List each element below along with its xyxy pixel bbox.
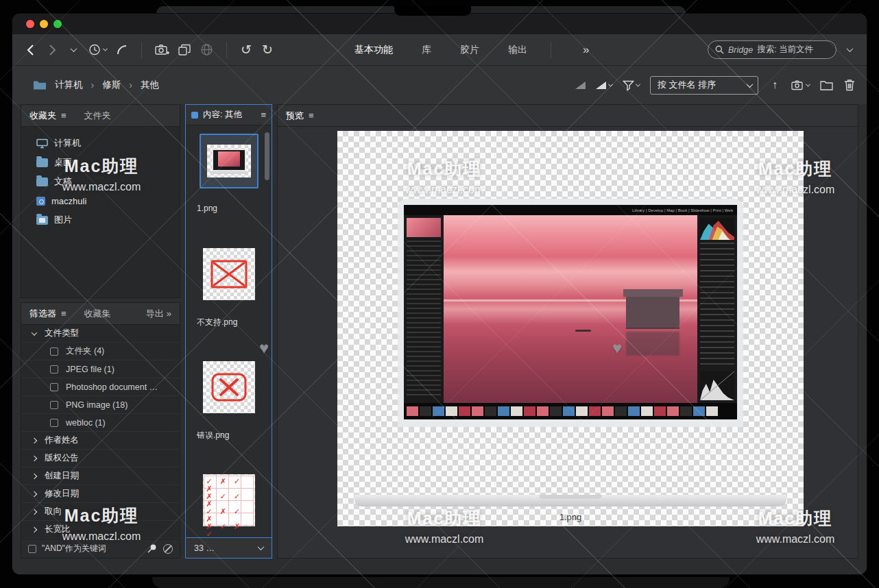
content-panel-header: 内容: 其他 ≡: [186, 105, 272, 125]
breadcrumb-item-other[interactable]: 其他: [141, 79, 159, 91]
favorites-item-label: maczhuli: [51, 196, 86, 206]
new-folder-button[interactable]: [820, 76, 833, 94]
breadcrumb: 计算机 › 修斯 › 其他: [33, 79, 159, 91]
favorites-item-documents[interactable]: 文稿: [21, 172, 180, 191]
favorites-item-label: 桌面: [54, 156, 72, 169]
breadcrumb-item-computer[interactable]: 计算机: [55, 79, 83, 91]
panel-menu-icon[interactable]: ≡: [309, 110, 314, 121]
delete-trash-button[interactable]: [843, 76, 856, 94]
filter-item-jpeg[interactable]: JPEG file (1): [21, 360, 180, 378]
keep-filter-pin-button[interactable]: [145, 540, 158, 558]
filter-group-date-created[interactable]: 创建日期: [21, 467, 180, 485]
filter-group-filetype[interactable]: 文件类型: [21, 325, 180, 343]
checkbox[interactable]: [50, 365, 58, 373]
breadcrumb-item-user[interactable]: 修斯: [102, 79, 121, 91]
close-window-button[interactable]: [26, 20, 34, 28]
laptop-preview-image[interactable]: Library | Develop | Map | Book | Slidesh…: [398, 199, 743, 427]
clear-filter-button[interactable]: [163, 544, 173, 554]
checkbox[interactable]: [50, 347, 58, 356]
checkbox[interactable]: [50, 419, 58, 427]
camera-import-dropdown-button[interactable]: [791, 76, 810, 94]
tab-export[interactable]: 导出 »: [146, 308, 171, 320]
workspace-tab-essentials[interactable]: 基本功能: [354, 44, 393, 56]
panel-menu-icon[interactable]: ≡: [61, 308, 67, 319]
workspace-tab-output[interactable]: 输出: [508, 44, 527, 56]
content-item-checklist[interactable]: ✓ ✗ ✓ ✗ ✗ ✓ ✓ ✗ ✓ ✗ ✓ ✗ ✗ ✓ ✗ ✓: [203, 474, 255, 526]
workspace-tab-libraries[interactable]: 库: [422, 44, 431, 56]
zoom-window-button[interactable]: [53, 20, 62, 28]
filter-group-label: 版权公告: [45, 452, 79, 464]
filter-group-copyright[interactable]: 版权公告: [21, 450, 180, 467]
boomerang-return-icon[interactable]: [116, 41, 128, 59]
search-options-chevron[interactable]: [843, 41, 856, 59]
content-item-label: 不支持.png: [197, 317, 237, 328]
content-scrollbar[interactable]: [265, 132, 269, 180]
tab-collections[interactable]: 收藏集: [84, 308, 111, 320]
content-status-bar: 33 …: [186, 537, 272, 558]
search-scope-label: 搜索: 当前文件: [757, 44, 813, 56]
filter-item-folder[interactable]: 文件夹 (4): [21, 343, 180, 360]
favorites-item-computer[interactable]: 计算机: [21, 134, 180, 153]
path-bar: 计算机 › 修斯 › 其他 按 文件名 排序 ↑: [12, 66, 867, 104]
workspace-overflow-button[interactable]: »: [583, 43, 589, 57]
chevron-right-icon: [32, 526, 37, 532]
histogram: [700, 218, 734, 240]
content-item-unsupported[interactable]: [203, 248, 255, 300]
checkbox[interactable]: [50, 401, 58, 409]
preview-canvas: Library | Develop | Map | Book | Slidesh…: [337, 131, 804, 526]
workspace-tab-filmstrip[interactable]: 胶片: [460, 44, 479, 56]
house-reflection: [626, 332, 679, 356]
filter-item-webloc[interactable]: webloc (1): [21, 414, 180, 432]
chevron-down-icon: [32, 330, 37, 335]
preview-panel: 预览 ≡ Library | Develop | Map | Book | Sl…: [277, 104, 858, 559]
tab-favorites[interactable]: 收藏夹 ≡: [29, 110, 67, 122]
sort-order-label: 按 文件名 排序: [658, 79, 716, 91]
filter-group-date-modified[interactable]: 修改日期: [21, 485, 180, 503]
thumbnail-size-icon[interactable]: [596, 82, 606, 89]
thumbnail-quality-icon[interactable]: [575, 82, 586, 89]
recent-history-button[interactable]: [88, 41, 107, 59]
content-panel-title: 内容: 其他: [203, 109, 242, 121]
filter-group-label: 文件类型: [45, 328, 79, 339]
sort-order-dropdown[interactable]: 按 文件名 排序: [650, 76, 758, 95]
sync-sphere-icon[interactable]: [200, 41, 213, 59]
bridge-search-box[interactable]: Bridge 搜索: 当前文件: [708, 40, 836, 59]
adjustment-sliders: [700, 243, 734, 369]
back-button[interactable]: [25, 41, 37, 59]
window-titlebar[interactable]: [12, 14, 867, 34]
filter-funnel-button[interactable]: [623, 76, 640, 94]
redo-button[interactable]: ↻: [261, 41, 274, 59]
content-item-1png[interactable]: [200, 134, 258, 188]
nav-dropdown-chevron[interactable]: [67, 41, 80, 59]
filter-item-psd[interactable]: Photoshop document …: [21, 378, 180, 396]
tab-folders[interactable]: 文件夹: [84, 110, 111, 122]
panel-overflow-icon[interactable]: »: [167, 308, 171, 319]
filter-group-label: 长宽比: [45, 524, 71, 535]
tab-filter[interactable]: 筛选器 ≡: [29, 308, 67, 320]
checkbox[interactable]: [50, 383, 58, 391]
sort-direction-ascending-button[interactable]: ↑: [769, 76, 781, 94]
minimize-window-button[interactable]: [40, 20, 48, 28]
and-keyword-checkbox[interactable]: [28, 545, 36, 553]
view-options-chevron[interactable]: [258, 543, 265, 550]
filter-item-label: PNG image (18): [66, 400, 128, 410]
thumbnail-size-chevron[interactable]: [608, 82, 613, 86]
panel-menu-icon[interactable]: ≡: [61, 110, 67, 121]
tab-preview[interactable]: 预览 ≡: [286, 110, 314, 122]
get-photos-from-camera-button[interactable]: [155, 41, 169, 59]
undo-button[interactable]: ↺: [240, 41, 252, 59]
panel-menu-icon[interactable]: ≡: [261, 110, 266, 120]
filter-item-png[interactable]: PNG image (18): [21, 396, 180, 414]
laptop-base: [354, 495, 786, 506]
favorites-item-desktop[interactable]: 桌面: [21, 153, 180, 172]
filter-group-author[interactable]: 作者姓名: [21, 432, 180, 450]
filter-group-orientation[interactable]: 取向: [21, 503, 180, 521]
screen-bottom-bezel: [152, 577, 730, 588]
filter-group-aspect-ratio[interactable]: 长宽比: [21, 521, 180, 539]
content-list: 1.png 不支持.png 错误.png: [186, 125, 272, 537]
forward-button[interactable]: [46, 41, 58, 59]
favorites-item-pictures[interactable]: 图片: [21, 210, 180, 230]
favorites-item-maczhuli[interactable]: maczhuli: [21, 191, 180, 210]
move-copy-files-button[interactable]: [178, 41, 191, 59]
content-item-error[interactable]: [203, 361, 255, 413]
